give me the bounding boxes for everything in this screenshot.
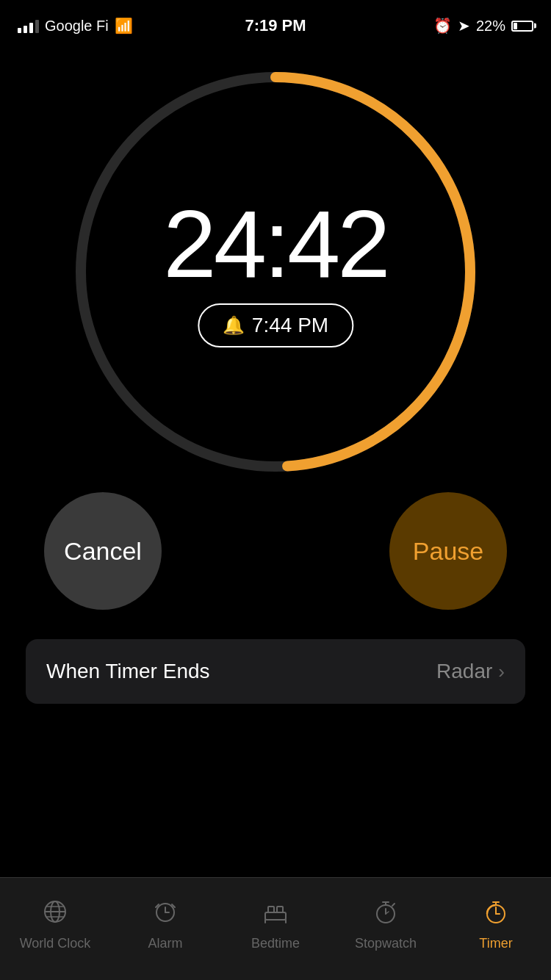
location-icon: ➤ bbox=[458, 17, 470, 35]
tab-bar: World Clock Alarm Bedtime bbox=[0, 877, 551, 980]
timer-circle: 24:42 🔔 7:44 PM bbox=[62, 59, 489, 485]
action-buttons: Cancel Pause bbox=[0, 492, 551, 610]
tab-bedtime-label: Bedtime bbox=[251, 936, 300, 951]
tab-alarm[interactable]: Alarm bbox=[110, 899, 220, 951]
svg-rect-14 bbox=[277, 907, 283, 912]
tab-timer[interactable]: Timer bbox=[441, 899, 551, 951]
tab-bedtime[interactable]: Bedtime bbox=[220, 899, 331, 951]
pause-button[interactable]: Pause bbox=[389, 492, 507, 610]
tab-timer-label: Timer bbox=[479, 936, 512, 951]
signal-icon bbox=[18, 18, 39, 33]
when-timer-ends-row[interactable]: When Timer Ends Radar › bbox=[26, 639, 525, 704]
status-right: ⏰ ➤ 22% bbox=[433, 17, 533, 35]
chevron-right-icon: › bbox=[498, 660, 505, 683]
svg-rect-13 bbox=[268, 907, 274, 912]
timer-countdown: 24:42 bbox=[163, 196, 387, 292]
alarm-status-icon: ⏰ bbox=[433, 17, 452, 35]
end-time-text: 7:44 PM bbox=[252, 314, 328, 337]
status-left: Google Fi 📶 bbox=[18, 17, 133, 35]
timer-icon bbox=[483, 899, 508, 930]
tab-alarm-label: Alarm bbox=[148, 936, 182, 951]
stopwatch-icon bbox=[373, 899, 398, 930]
tab-world-clock[interactable]: World Clock bbox=[0, 899, 110, 951]
when-timer-value: Radar bbox=[436, 660, 492, 683]
bell-icon: 🔔 bbox=[223, 315, 245, 336]
status-time: 7:19 PM bbox=[245, 16, 306, 35]
status-bar: Google Fi 📶 7:19 PM ⏰ ➤ 22% bbox=[0, 0, 551, 44]
carrier-text: Google Fi bbox=[45, 18, 109, 35]
battery-percent: 22% bbox=[476, 18, 505, 35]
cancel-button[interactable]: Cancel bbox=[44, 492, 162, 610]
timer-display: 24:42 🔔 7:44 PM bbox=[163, 196, 387, 347]
when-timer-right: Radar › bbox=[436, 660, 505, 683]
svg-rect-12 bbox=[265, 912, 286, 920]
bedtime-icon bbox=[263, 899, 288, 930]
timer-area: 24:42 🔔 7:44 PM Cancel Pause When Timer … bbox=[0, 44, 551, 704]
tab-world-clock-label: World Clock bbox=[20, 936, 91, 951]
wifi-icon: 📶 bbox=[115, 17, 133, 35]
battery-icon bbox=[511, 21, 533, 32]
when-timer-label: When Timer Ends bbox=[46, 660, 210, 683]
alarm-icon bbox=[153, 899, 178, 930]
svg-line-22 bbox=[392, 904, 395, 906]
world-clock-icon bbox=[43, 899, 68, 930]
tab-stopwatch-label: Stopwatch bbox=[355, 936, 417, 951]
tab-stopwatch[interactable]: Stopwatch bbox=[331, 899, 441, 951]
end-time-pill[interactable]: 🔔 7:44 PM bbox=[198, 303, 353, 347]
